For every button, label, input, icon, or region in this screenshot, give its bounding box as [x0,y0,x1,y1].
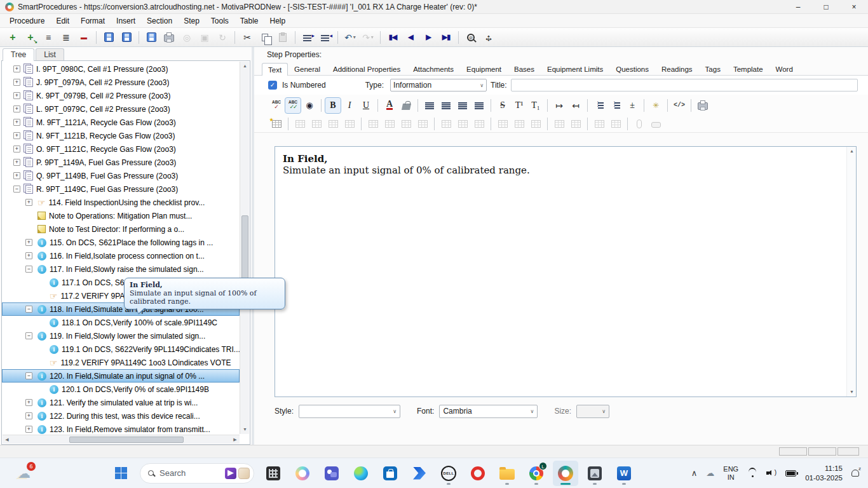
menu-section[interactable]: Section [141,15,178,27]
copilot-button[interactable] [290,461,315,486]
tree-item[interactable]: +N. 9FT_1121B, Recycle Gas Flow (2oo3) [2,129,240,142]
step-text-editor[interactable]: In Field, Simulate an input signal of 0%… [275,146,857,397]
tree-item[interactable]: +Q. 9PT_1149B, Fuel Gas Pressure (2oo3) [2,169,240,182]
fill-color-button[interactable] [398,98,414,113]
collapse-icon[interactable]: − [25,306,32,313]
dropdown-arrow-icon[interactable]: ▾ [353,34,356,40]
undo-button[interactable]: ↶▾ [342,29,358,46]
add-step-button[interactable]: + [4,29,21,46]
scroll-right-icon[interactable]: ▶ [231,435,240,444]
edge-button[interactable] [348,461,374,486]
tab-questions[interactable]: Questions [609,62,655,75]
menu-tools[interactable]: Tools [205,15,234,27]
scroll-left-icon[interactable]: ◀ [3,435,11,444]
expand-icon[interactable]: + [13,172,20,179]
tree-item[interactable]: +i123. In Field,Remove simulator from tr… [2,423,240,434]
bullet-list-button[interactable] [592,98,607,113]
word-button[interactable]: W [611,461,637,486]
cell-align-middle-button[interactable] [512,116,527,132]
tree-item[interactable]: −i120. In Field,Simulate an input signal… [2,369,240,383]
superscript-button[interactable]: T¹ [512,98,527,113]
tree-item[interactable]: +P. 9PT_1149A, Fuel Gas Pressure (2oo3) [2,156,240,169]
expand-icon[interactable]: + [13,159,20,166]
tree-item[interactable]: i119.1 On DCS, S622Verify 9PL1149Cindica… [2,342,240,356]
notification-bell-icon[interactable] [851,470,859,477]
add-substep-button[interactable]: + [22,29,39,46]
table-shading-button[interactable] [568,116,583,132]
menu-procedure[interactable]: Procedure [4,15,50,27]
speech-button[interactable]: ◉ [302,98,317,113]
tree-item[interactable]: Note to Test Director: If performing a o… [2,222,240,236]
is-numbered-checkbox[interactable]: ✓ [268,81,277,90]
font-dropdown[interactable]: Cambria ∨ [439,405,538,418]
align-right-button[interactable] [455,98,470,113]
input-field-button[interactable] [648,116,663,132]
remote-desktop-button[interactable] [261,461,286,486]
tree-item[interactable]: +☞114. Field InspectionUsing the checkli… [2,196,240,209]
nav-previous-button[interactable]: ◀ [402,29,419,46]
start-button[interactable] [108,461,133,486]
menu-help[interactable]: Help [264,15,292,27]
tree-item[interactable]: +L. 9PT_0979C, Cell #2 Pressure (2oo3) [2,102,240,116]
title-input[interactable] [511,79,858,92]
battery-icon[interactable] [785,470,796,477]
collapse-icon[interactable]: − [13,186,20,193]
tree-item[interactable]: −i117. In Field,Slowly raise the simulat… [2,262,240,276]
numbered-list-button[interactable] [608,98,623,113]
expand-icon[interactable]: + [13,79,20,86]
tree-item[interactable]: +i121. Verify the simulated value at tri… [2,396,240,409]
indent-button[interactable]: ↦ [552,98,567,113]
tray-chevron-icon[interactable]: ∧ [691,468,698,478]
insert-column-left-button[interactable] [365,116,381,132]
scroll-down-icon[interactable]: ▼ [240,425,250,434]
align-justify-button[interactable] [471,98,487,113]
minimize-button[interactable]: – [784,0,812,14]
expand-icon[interactable]: + [25,399,32,406]
tab-word[interactable]: Word [770,62,799,75]
italic-button[interactable]: I [342,98,357,113]
file-explorer-button[interactable] [494,461,520,486]
teams-button[interactable] [319,461,344,486]
tree-item[interactable]: ☞119.2 VERIFY 9PA1149C 1oo3 LOindicates … [2,356,240,369]
expand-icon[interactable]: + [13,146,20,152]
print-step-button[interactable] [695,98,710,113]
align-left-button[interactable] [422,98,437,113]
expand-icon[interactable]: + [13,65,20,72]
dropdown-arrow-icon[interactable]: ▾ [371,34,374,40]
tab-tags[interactable]: Tags [699,62,727,75]
tab-equipment[interactable]: Equipment [460,62,508,75]
fixed-width-button[interactable] [608,116,623,132]
collapse-icon[interactable]: − [25,332,32,339]
delete-row-button[interactable] [325,116,341,132]
opera-button[interactable] [465,461,491,486]
wizard-button[interactable]: ✳ [648,98,663,113]
tree-item[interactable]: +i115. On DCS, S621Place the following t… [2,236,240,249]
tree-item[interactable]: i120.1 On DCS,Verify 0% of scale.9PI1149… [2,383,240,396]
scrollbar-thumb[interactable] [69,437,184,443]
style-dropdown[interactable]: ∨ [299,405,400,418]
maximize-button[interactable]: □ [812,0,840,14]
delete-cell-button[interactable] [342,116,357,132]
scroll-up-icon[interactable]: ▲ [847,147,857,156]
plus-minus-button[interactable]: ± [625,98,640,113]
tree-item[interactable]: −R. 9PT_1149C, Fuel Gas Pressure (2oo3) [2,182,240,196]
page-setup-button[interactable]: ▣ [196,29,213,46]
weather-widget-button[interactable]: ☁ 6 [11,461,37,486]
insert-step-before-button[interactable] [299,29,316,46]
html-source-button[interactable]: </> [672,98,687,113]
cell-align-top-button[interactable] [495,116,510,132]
collapse-icon[interactable]: − [25,266,32,273]
expand-icon[interactable]: + [25,412,32,419]
check-out-button[interactable] [100,29,117,46]
scroll-down-icon[interactable]: ▼ [847,388,857,396]
tab-additional-properties[interactable]: Additional Properties [327,62,407,75]
wifi-icon[interactable] [747,470,757,477]
paste-button[interactable] [275,29,291,46]
insert-column-right-button[interactable] [382,116,397,132]
tree-vertical-scrollbar[interactable]: ▲ ▼ [240,62,249,434]
tree-item[interactable]: −i119. In Field,Slowly lower the simulat… [2,329,240,342]
tree-tab-tree[interactable]: Tree [3,48,34,61]
insert-row-below-button[interactable] [415,116,430,132]
strikethrough-button[interactable]: S [495,98,510,113]
tree-item[interactable]: +I. 9PT_0980C, Cell #1 Pressure (2oo3) [2,62,240,76]
